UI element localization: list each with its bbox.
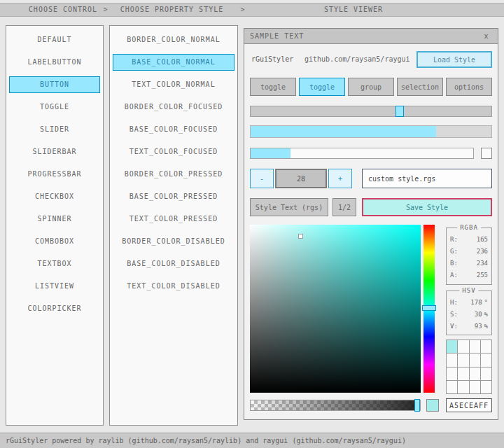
color-swatch[interactable] [458, 340, 468, 353]
control-item-checkbox[interactable]: CHECKBOX [9, 188, 100, 205]
save-style-button[interactable]: Save Style [362, 198, 492, 216]
control-item-listview[interactable]: LISTVIEW [9, 278, 100, 295]
property-item-text-color-normal[interactable]: TEXT_COLOR_NORMAL [113, 76, 234, 93]
control-item-button[interactable]: BUTTON [9, 76, 100, 93]
sample-checkbox[interactable] [481, 148, 492, 159]
status-bar: rGuiStyler powered by raylib (github.com… [0, 433, 504, 448]
control-item-sliderbar[interactable]: SLIDERBAR [9, 144, 100, 160]
window-title: SAMPLE TEXT [250, 32, 304, 40]
property-item-base-color-normal[interactable]: BASE_COLOR_NORMAL [113, 54, 234, 71]
control-item-slider[interactable]: SLIDER [9, 121, 100, 138]
color-swatch[interactable] [470, 381, 480, 393]
rgba-group-box: RGBA R: 165 G: 236 B: 234 A: 255 [446, 227, 492, 285]
property-item-border-color-normal[interactable]: BORDER_COLOR_NORMAL [113, 31, 234, 48]
filename-input[interactable] [362, 169, 492, 188]
repo-link[interactable]: github.com/raysan5/raygui [304, 54, 410, 65]
rgba-value-a: 255 [477, 272, 488, 279]
hsv-label-h: H: [450, 299, 458, 306]
color-swatch[interactable] [470, 340, 480, 353]
color-swatch[interactable] [481, 381, 491, 393]
alpha-slider[interactable] [250, 400, 421, 411]
property-item-text-color-focused[interactable]: TEXT_COLOR_FOCUSED [113, 144, 234, 160]
color-swatch-current[interactable] [447, 340, 457, 353]
progressbar-fill [251, 126, 436, 137]
color-swatch[interactable] [458, 368, 468, 380]
color-picker-cursor[interactable] [298, 234, 303, 239]
hsv-unit-s: % [484, 311, 488, 318]
hue-handle[interactable] [422, 305, 436, 311]
toggle-button-options[interactable]: options [446, 78, 492, 96]
color-swatch[interactable] [458, 354, 468, 366]
nav-style-viewer: STYLE VIEWER [252, 4, 455, 16]
hsv-unit-v: % [484, 323, 488, 330]
window-title-bar[interactable]: SAMPLE TEXT x [244, 29, 498, 44]
spinner-minus-button[interactable]: - [250, 169, 274, 188]
chevron-right-icon: > [238, 4, 248, 16]
hsv-row-s: S: 30 % [447, 308, 491, 320]
alpha-slider-handle[interactable] [414, 399, 420, 412]
hue-bar[interactable] [424, 225, 435, 393]
toggle-button-1[interactable]: toggle [250, 78, 296, 96]
toggle-button-selection[interactable]: selection [397, 78, 443, 96]
control-item-labelbutton[interactable]: LABELBUTTON [9, 54, 100, 71]
color-swatch[interactable] [470, 368, 480, 380]
rgba-row-b: B: 234 [447, 257, 491, 269]
color-swatch[interactable] [458, 381, 468, 393]
control-item-spinner[interactable]: SPINNER [9, 211, 100, 227]
hex-color-value[interactable]: A5ECEAFF [446, 398, 492, 412]
color-swatch[interactable] [481, 340, 491, 353]
spinner-plus-button[interactable]: + [328, 169, 352, 188]
sample-sliderbar[interactable] [250, 148, 474, 159]
color-swatch[interactable] [481, 368, 491, 380]
color-swatch[interactable] [447, 368, 457, 380]
toggle-button-2-active[interactable]: toggle [299, 78, 345, 96]
rgba-row-g: G: 236 [447, 245, 491, 257]
rgba-label-r: R: [450, 236, 458, 243]
property-item-border-color-focused[interactable]: BORDER_COLOR_FOCUSED [113, 99, 234, 115]
rgba-group-title: RGBA [457, 224, 481, 231]
property-item-base-color-pressed[interactable]: BASE_COLOR_PRESSED [113, 188, 234, 205]
hsv-group-box: HSV H: 178 ° S: 30 % V: 93 % [446, 290, 492, 335]
rgba-value-g: 236 [477, 248, 488, 255]
property-item-border-color-disabled[interactable]: BORDER_COLOR_DISABLED [113, 233, 234, 250]
rgba-label-b: B: [450, 260, 458, 267]
control-item-progressbar[interactable]: PROGRESSBAR [9, 166, 100, 183]
rgba-row-r: R: 165 [447, 233, 491, 245]
control-item-toggle[interactable]: TOGGLE [9, 99, 100, 115]
color-swatch[interactable] [470, 354, 480, 366]
nav-choose-property[interactable]: CHOOSE PROPERTY STYLE [111, 4, 233, 16]
chevron-right-icon: > [101, 4, 111, 16]
style-text-button[interactable]: Style Text (rgs) [250, 198, 328, 216]
property-item-base-color-disabled[interactable]: BASE_COLOR_DISABLED [113, 255, 234, 272]
color-saturation-value-panel[interactable] [250, 225, 421, 393]
color-swatch[interactable] [447, 354, 457, 366]
sample-progressbar [250, 125, 492, 138]
hsv-unit-h: ° [484, 299, 488, 306]
control-item-combobox[interactable]: COMBOBOX [9, 233, 100, 250]
sample-slider[interactable] [250, 106, 492, 117]
color-swatch-grid [446, 340, 492, 394]
property-item-border-color-pressed[interactable]: BORDER_COLOR_PRESSED [113, 166, 234, 183]
rgba-label-g: G: [450, 248, 458, 255]
hsv-group-title: HSV [459, 287, 478, 294]
property-item-text-color-disabled[interactable]: TEXT_COLOR_DISABLED [113, 278, 234, 295]
property-item-text-color-pressed[interactable]: TEXT_COLOR_PRESSED [113, 211, 234, 227]
color-swatch[interactable] [447, 381, 457, 393]
page-toggle-button[interactable]: 1/2 [332, 198, 356, 216]
rgba-row-a: A: 255 [447, 269, 491, 281]
control-item-textbox[interactable]: TEXTBOX [9, 255, 100, 272]
close-icon[interactable]: x [481, 32, 492, 40]
hsv-value-h: 178 [470, 299, 482, 306]
rguistyler-app: CHOOSE CONTROL > CHOOSE PROPERTY STYLE >… [0, 0, 504, 448]
toggle-button-group[interactable]: group [348, 78, 394, 96]
load-style-button[interactable]: Load Style [416, 51, 492, 68]
color-swatch[interactable] [481, 354, 491, 366]
top-nav-bar: CHOOSE CONTROL > CHOOSE PROPERTY STYLE >… [0, 3, 504, 17]
control-item-default[interactable]: DEFAULT [9, 31, 100, 48]
control-item-colorpicker[interactable]: COLORPICKER [9, 300, 100, 317]
controls-list: DEFAULT LABELBUTTON BUTTON TOGGLE SLIDER… [6, 25, 104, 426]
spinner-value[interactable]: 28 [275, 169, 327, 188]
property-item-base-color-focused[interactable]: BASE_COLOR_FOCUSED [113, 121, 234, 138]
slider-handle[interactable] [396, 106, 404, 117]
toggle-group: toggle toggle group selection options [250, 78, 492, 96]
